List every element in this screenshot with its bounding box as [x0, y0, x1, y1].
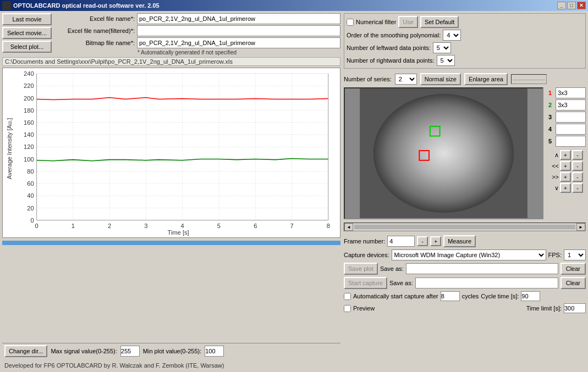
series-num-5: 5: [546, 136, 554, 147]
frame-plus-btn[interactable]: +: [430, 236, 441, 246]
maximize-button[interactable]: □: [567, 2, 576, 9]
save-plot-row: Save plot Save as: Clear: [344, 263, 586, 275]
series-input-4[interactable]: [556, 124, 586, 135]
preview-checkbox[interactable]: [344, 305, 351, 312]
auto-note: * Automatically generated if not specifi…: [138, 49, 340, 55]
leftward-label: Number of leftward data points:: [347, 45, 431, 51]
nav-rr-plus[interactable]: +: [560, 172, 571, 182]
nav-up-minus[interactable]: -: [572, 150, 583, 160]
svg-text:160: 160: [24, 119, 34, 126]
filepath-bar: C:\Documents and Settings\xxx\Pulpit\po_…: [2, 57, 340, 66]
svg-text:Time [s]: Time [s]: [168, 229, 189, 236]
last-movie-button[interactable]: Last movie: [2, 13, 52, 25]
series-input-2[interactable]: [556, 99, 586, 110]
auto-capture-row: Automatically start capture after cycles…: [344, 291, 586, 301]
svg-text:240: 240: [24, 70, 34, 77]
cycle-time-label: Cycle time [s]:: [481, 293, 519, 299]
fps-select[interactable]: 1510: [564, 249, 586, 260]
normal-size-button[interactable]: Normal size: [420, 73, 461, 85]
nav-down-minus[interactable]: -: [572, 183, 583, 193]
nav-ll-plus[interactable]: +: [560, 161, 571, 171]
rightward-label: Number of rightward data points:: [347, 57, 435, 64]
capture-device-select[interactable]: Microsoft WDM Image Capture (Win32): [392, 249, 546, 260]
svg-text:7: 7: [290, 223, 293, 229]
frame-input[interactable]: [387, 236, 415, 247]
series-select[interactable]: 21345: [395, 74, 417, 85]
excel-filtered-field-row: Excel file name(filtered)*:: [55, 25, 340, 36]
scroll-left-arrow[interactable]: ◄: [344, 223, 353, 231]
max-signal-label: Max signal value(0-255):: [51, 348, 117, 354]
chart-area: 0 20 40 60 80 100 120 140 160 180 200 22…: [2, 68, 340, 238]
time-limit-input[interactable]: [564, 303, 586, 313]
close-button[interactable]: ✕: [577, 2, 586, 9]
excel-input[interactable]: [137, 13, 340, 24]
select-plot-button[interactable]: Select plot...: [2, 41, 52, 53]
preview-label: Preview: [353, 305, 375, 312]
status-text: Developed for FP6 OPTOLABCARD by R. Walc…: [4, 362, 224, 369]
frame-row: Frame number: - + Measure: [344, 235, 586, 247]
cycles-input[interactable]: [441, 291, 460, 301]
set-default-button[interactable]: Set Default: [420, 16, 459, 28]
nav-ll-minus[interactable]: -: [572, 161, 583, 171]
frame-minus-btn[interactable]: -: [417, 236, 428, 246]
nav-up-plus[interactable]: +: [560, 150, 571, 160]
max-signal-input[interactable]: [120, 346, 140, 357]
enlarge-area-button[interactable]: Enlarge area: [464, 73, 508, 85]
auto-capture-label: Automatically start capture after: [353, 293, 438, 299]
preview-time-row: Preview Time limit [s]:: [344, 303, 586, 313]
horizontal-scrollbar[interactable]: ◄ ►: [344, 223, 586, 231]
bitmap-field-row: Bitmap file name*:: [55, 37, 340, 48]
svg-text:140: 140: [24, 131, 34, 138]
nav-up-label: ∧: [546, 152, 559, 159]
svg-text:6: 6: [254, 223, 257, 229]
chart-svg: 0 20 40 60 80 100 120 140 160 180 200 22…: [3, 68, 340, 237]
save-as-1-input[interactable]: [406, 263, 558, 274]
smoothing-select[interactable]: 435: [443, 30, 461, 41]
start-capture-row: Start capture Save as: Clear: [344, 277, 586, 289]
series-input-5[interactable]: [556, 136, 586, 147]
bottom-controls: Change dir... Max signal value(0-255): M…: [2, 343, 340, 359]
svg-text:4: 4: [181, 223, 184, 229]
minimize-button[interactable]: _: [557, 2, 566, 9]
scroll-track[interactable]: [354, 225, 575, 229]
svg-text:Average Intensity [Au.]: Average Intensity [Au.]: [6, 118, 13, 179]
nav-rr-minus[interactable]: -: [572, 172, 583, 182]
series-label: Number of series:: [344, 76, 392, 82]
svg-rect-0: [6, 68, 337, 237]
scroll-right-arrow[interactable]: ►: [576, 223, 585, 231]
leftward-select[interactable]: 537: [433, 42, 451, 53]
bitmap-input[interactable]: [137, 37, 340, 48]
svg-text:40: 40: [27, 192, 34, 199]
series-num-4: 4: [546, 124, 554, 135]
series-input-1[interactable]: [556, 87, 586, 98]
series-input-3[interactable]: [556, 112, 586, 123]
clear-1-button[interactable]: Clear: [560, 263, 586, 275]
nav-left-left-label: <<: [546, 163, 559, 169]
use-button: Use: [398, 16, 418, 28]
svg-text:60: 60: [27, 180, 34, 187]
rightward-select[interactable]: 537: [437, 55, 455, 66]
excel-filtered-input[interactable]: [137, 25, 340, 36]
capture-devices-row: Capture devices: Microsoft WDM Image Cap…: [344, 249, 586, 260]
auto-capture-checkbox[interactable]: [344, 293, 351, 300]
nav-right-right-label: >>: [546, 174, 559, 180]
min-plot-input[interactable]: [205, 346, 224, 357]
save-as-2-label: Save as:: [389, 280, 413, 286]
numerical-filter-checkbox[interactable]: [347, 19, 354, 26]
series-num-1: 1: [546, 87, 554, 98]
svg-point-49: [373, 94, 514, 213]
series-num-2: 2: [546, 99, 554, 110]
window-controls[interactable]: _ □ ✕: [557, 2, 586, 9]
cycle-time-input[interactable]: [521, 291, 540, 301]
select-movie-button[interactable]: Select movie...: [2, 27, 52, 39]
image-area: [344, 87, 543, 219]
progress-bar: [2, 241, 340, 245]
nav-down-plus[interactable]: +: [560, 183, 571, 193]
save-as-2-input[interactable]: [415, 277, 558, 288]
measure-button[interactable]: Measure: [443, 235, 476, 247]
bitmap-label: Bitmap file name*:: [55, 40, 135, 46]
change-dir-button[interactable]: Change dir...: [4, 345, 47, 357]
clear-2-button[interactable]: Clear: [560, 277, 586, 289]
numerical-filter-label: Numerical filter: [356, 19, 396, 25]
status-bar: Developed for FP6 OPTOLABCARD by R. Walc…: [2, 361, 586, 370]
